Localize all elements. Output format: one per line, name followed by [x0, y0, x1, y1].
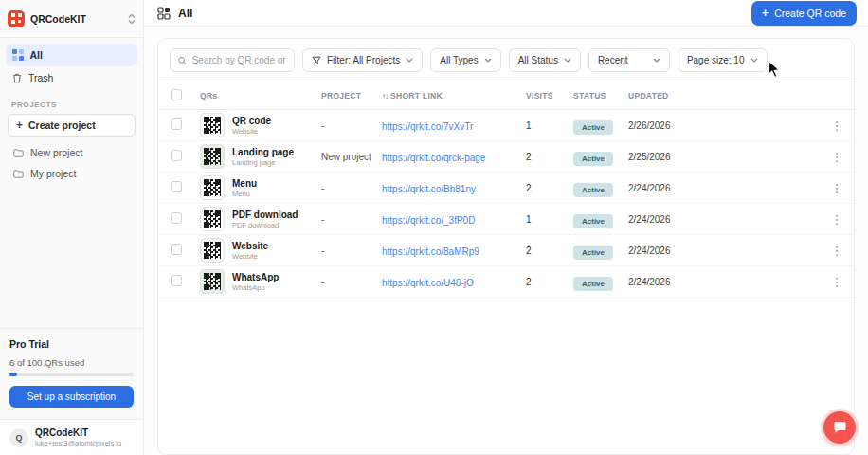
sort-filter-dropdown[interactable]: Recent — [588, 48, 670, 72]
chevron-down-icon — [750, 58, 758, 63]
qr-type: WhatsApp — [232, 283, 279, 292]
project-cell: - — [321, 246, 382, 256]
short-link[interactable]: https://qrkit.co/Bh81ny — [382, 184, 476, 194]
search-input[interactable] — [192, 55, 286, 65]
chevron-down-icon — [564, 58, 571, 63]
project-item-my-project[interactable]: My project — [0, 163, 143, 184]
updated-cell: 2/25/2026 — [628, 152, 820, 162]
create-qr-code-button[interactable]: + Create QR code — [751, 1, 857, 26]
qr-thumbnail — [200, 144, 225, 169]
visits-cell: 2 — [526, 246, 573, 256]
create-qr-code-label: Create QR code — [774, 8, 846, 19]
project-cell: New project — [321, 152, 382, 162]
table-header: QRs PROJECT ↑↓SHORT LINK VISITS STATUS U… — [158, 82, 854, 110]
type-filter-dropdown[interactable]: All Types — [430, 48, 500, 72]
row-actions-button[interactable]: ⋮ — [820, 244, 854, 258]
page-size-dropdown[interactable]: Page size: 10 — [678, 48, 768, 72]
qr-name: Website — [232, 241, 268, 251]
short-link[interactable]: https://qrkit.co/qrck-page — [382, 153, 486, 163]
project-cell: - — [321, 277, 382, 287]
plan-usage-text: 6 of 100 QRs used — [9, 357, 134, 368]
row-checkbox[interactable] — [171, 181, 182, 192]
updated-cell: 2/24/2026 — [628, 277, 820, 287]
all-view-icon — [157, 7, 171, 20]
page-size-value: Page size: 10 — [687, 55, 745, 65]
page-header: All + Create QR code — [144, 0, 868, 27]
qr-table-card: Filter: All Projects All Types All Statu… — [157, 38, 855, 455]
project-item-label: New project — [30, 147, 82, 158]
account-email: luke+test3@atomicpixels.io — [35, 439, 121, 447]
page-title: All — [178, 7, 192, 20]
project-item-new-project[interactable]: New project — [0, 142, 143, 163]
qr-thumbnail — [200, 175, 225, 200]
visits-cell: 2 — [526, 152, 573, 162]
sort-filter-value: Recent — [598, 55, 628, 65]
table-row[interactable]: PDF downloadPDF download - https://qrkit… — [158, 204, 854, 235]
column-header-short-link[interactable]: ↑↓SHORT LINK — [382, 91, 526, 100]
short-link[interactable]: https://qrkit.co/U48-jO — [382, 278, 474, 288]
row-actions-button[interactable]: ⋮ — [820, 181, 854, 195]
create-project-button[interactable]: + Create project — [8, 114, 136, 136]
chevron-updown-icon — [128, 13, 136, 25]
visits-cell: 1 — [526, 120, 573, 131]
row-actions-button[interactable]: ⋮ — [820, 150, 854, 164]
row-actions-button[interactable]: ⋮ — [820, 118, 854, 133]
project-cell: - — [321, 183, 382, 193]
plan-panel: Pro Trial 6 of 100 QRs used Set up a sub… — [0, 328, 143, 419]
project-filter-dropdown[interactable]: Filter: All Projects — [302, 48, 423, 72]
updated-cell: 2/24/2026 — [628, 214, 820, 225]
projects-section-label: PROJECTS — [11, 100, 132, 109]
chat-button[interactable] — [823, 411, 856, 444]
project-cell: - — [321, 214, 382, 225]
qr-name: Menu — [232, 178, 257, 189]
column-header-project: PROJECT — [321, 91, 382, 100]
search-box[interactable] — [170, 48, 295, 72]
updated-cell: 2/26/2026 — [628, 120, 820, 131]
row-checkbox[interactable] — [171, 244, 182, 255]
sort-icon: ↑↓ — [382, 92, 388, 100]
funnel-icon — [312, 56, 321, 65]
row-checkbox[interactable] — [171, 275, 182, 286]
qr-type: PDF download — [232, 221, 298, 229]
avatar: Q — [9, 428, 28, 447]
table-row[interactable]: WebsiteWebsite - https://qrkit.co/8aMRp9… — [158, 235, 854, 266]
short-link[interactable]: https://qrkit.co/_3fP0D — [382, 215, 475, 226]
table-row[interactable]: WhatsAppWhatsApp - https://qrkit.co/U48-… — [158, 266, 854, 298]
status-filter-value: All Status — [518, 55, 558, 65]
row-checkbox[interactable] — [171, 118, 182, 130]
subscribe-button[interactable]: Set up a subscription — [9, 386, 134, 408]
short-link[interactable]: https://qrkit.co/7vXvTr — [382, 121, 473, 132]
table-row[interactable]: Landing pageLanding page New project htt… — [158, 141, 854, 173]
updated-cell: 2/24/2026 — [628, 246, 820, 256]
column-header-updated: UPDATED — [628, 91, 820, 100]
row-actions-button[interactable]: ⋮ — [820, 275, 854, 289]
app: QRCodeKIT All Trash PROJECTS + Create pr… — [0, 0, 868, 455]
status-badge: Active — [573, 183, 613, 197]
usage-progress-fill — [9, 373, 17, 376]
chat-icon — [833, 421, 847, 434]
column-header-status: STATUS — [573, 91, 628, 100]
table-row[interactable]: QR codeWebsite - https://qrkit.co/7vXvTr… — [158, 110, 854, 141]
row-checkbox[interactable] — [171, 150, 182, 161]
sidebar-item-all[interactable]: All — [6, 44, 137, 66]
short-link[interactable]: https://qrkit.co/8aMRp9 — [382, 246, 479, 257]
filter-bar: Filter: All Projects All Types All Statu… — [158, 39, 854, 82]
sidebar-item-label: All — [30, 49, 43, 61]
chevron-down-icon — [406, 58, 413, 63]
status-filter-dropdown[interactable]: All Status — [509, 48, 581, 72]
trash-icon — [12, 73, 22, 83]
sidebar-item-trash[interactable]: Trash — [6, 66, 137, 89]
row-checkbox[interactable] — [171, 212, 182, 224]
folder-icon — [13, 149, 24, 157]
column-header-qrs: QRs — [200, 91, 321, 100]
workspace-switcher[interactable]: QRCodeKIT — [0, 0, 143, 38]
visits-cell: 2 — [526, 277, 573, 287]
sidebar-item-label: Trash — [28, 72, 53, 83]
account-name: QRCodeKIT — [35, 428, 121, 438]
table-row[interactable]: MenuMenu - https://qrkit.co/Bh81ny 2 Act… — [158, 173, 854, 204]
account-menu[interactable]: Q QRCodeKIT luke+test3@atomicpixels.io — [0, 419, 143, 455]
qr-type: Menu — [232, 190, 257, 198]
select-all-checkbox[interactable] — [171, 89, 182, 100]
row-actions-button[interactable]: ⋮ — [820, 212, 854, 227]
qr-thumbnail — [200, 238, 225, 263]
